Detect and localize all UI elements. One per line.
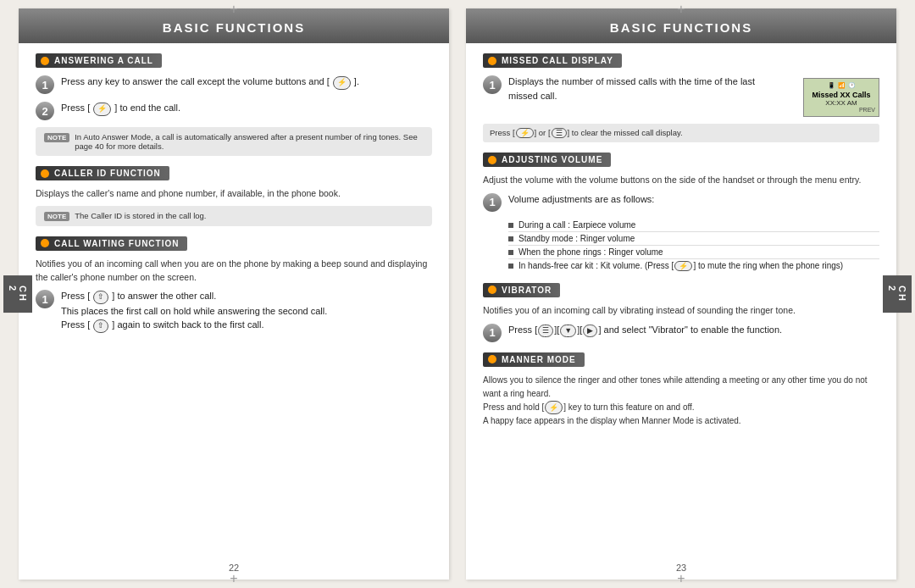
nav-key-v: ▼ [560,325,576,338]
answering-note: NOTE In Auto Answer Mode, a call is auto… [36,127,432,156]
menu-key-v: ☰ [538,325,553,338]
caller-id-note: NOTE The Caller ID is stored in the call… [36,206,432,226]
step-num-v1: 1 [483,193,502,212]
vibrator-section: VIBRATOR Notifies you of an incoming cal… [483,283,879,342]
manner-key-icon: ⚡ [545,401,563,414]
list-item: In hands-free car kit : Kit volume. (Pre… [508,259,879,273]
bullet-icon [41,57,49,65]
list-item: During a call : Earpiece volume [508,219,879,232]
call-waiting-title: CALL WAITING FUNCTION [36,236,187,251]
left-page-title: BASIC FUNCTIONS [19,20,449,35]
bullet-icon-7 [488,355,496,363]
adjusting-volume-section: ADJUSTING VOLUME Adjust the volume with … [483,153,879,273]
answering-step-2: 2 Press [ ⚡ ] to end the call. [36,101,432,120]
left-page-number: 22 [229,563,239,573]
answering-call-section: ANSWERING A CALL 1 Press any key to answ… [36,53,432,156]
end-key-icon: ⚡ [93,103,111,116]
mute-key-icon: ⚡ [674,261,692,271]
step-num-2: 2 [36,102,54,120]
crosshair-top-left: + [230,2,237,17]
call-waiting-section: CALL WAITING FUNCTION Notifies you of an… [36,236,432,333]
manner-mode-section: MANNER MODE Allows you to silence the ri… [483,352,879,428]
step-num-1: 1 [36,75,54,94]
adjusting-volume-title: ADJUSTING VOLUME [483,153,611,167]
missed-call-step-1: 1 Displays the number of missed calls wi… [483,75,769,103]
step-num-vib: 1 [483,324,502,342]
bullet-icon-6 [488,286,496,294]
answer-key-icon-2: ⇧ [93,319,108,333]
manner-mode-title: MANNER MODE [483,352,585,367]
select-key-v: ▶ [583,325,597,338]
menu-key-icon: ☰ [552,128,567,138]
clear-key-icon: ⚡ [516,128,534,138]
ch-tab-left: CH2 [3,275,32,313]
bullet-icon-4 [488,57,496,65]
missed-call-sub-note: Press [⚡] or [☰] to clear the missed cal… [483,124,879,142]
volume-step-1: 1 Volume adjustments are as follows: [483,192,879,212]
list-bullet-icon [508,236,513,241]
crosshair-top-right: + [677,2,685,17]
bullet-icon-2 [41,169,49,178]
ch-tab-right: CH2 [883,275,912,313]
list-item: Standby mode : Ringer volume [508,232,879,246]
answering-step-1: 1 Press any key to answer the call excep… [36,75,432,94]
flash-key-icon: ⚡ [333,76,351,90]
answering-call-title: ANSWERING A CALL [36,53,162,68]
phone-display-mock: 📱 📶 🕑 Missed XX Calls XX:XX AM PREV [803,78,879,117]
list-bullet-icon [508,263,513,269]
bullet-icon-3 [41,239,49,247]
missed-call-title: MISSED CALL DISPLAY [483,53,622,68]
caller-id-section: CALLER ID FUNCTION Displays the caller's… [36,166,432,226]
caller-id-title: CALLER ID FUNCTION [36,166,169,180]
volume-list: During a call : Earpiece volume Standby … [508,219,879,273]
list-bullet-icon [508,223,513,228]
list-bullet-icon [508,250,513,255]
call-waiting-step-1: 1 Press [ ⇧ ] to answer the other call. … [36,289,432,333]
step-num-m1: 1 [483,75,502,94]
bullet-icon-5 [488,156,496,164]
crosshair-bottom-left: + [230,571,237,586]
right-page-number: 23 [676,563,686,573]
right-page-title: BASIC FUNCTIONS [466,20,896,35]
step-num-cw: 1 [36,290,54,308]
missed-call-section: MISSED CALL DISPLAY 1 Displays the numbe… [483,53,879,142]
crosshair-bottom-right: + [677,571,685,586]
answer-key-icon: ⇧ [93,291,108,304]
list-item: When the phone rings : Ringer volume [508,246,879,259]
vibrator-title: VIBRATOR [483,283,560,297]
vibrator-step-1: 1 Press [☰][▼][▶] and select "Vibrator" … [483,323,879,342]
